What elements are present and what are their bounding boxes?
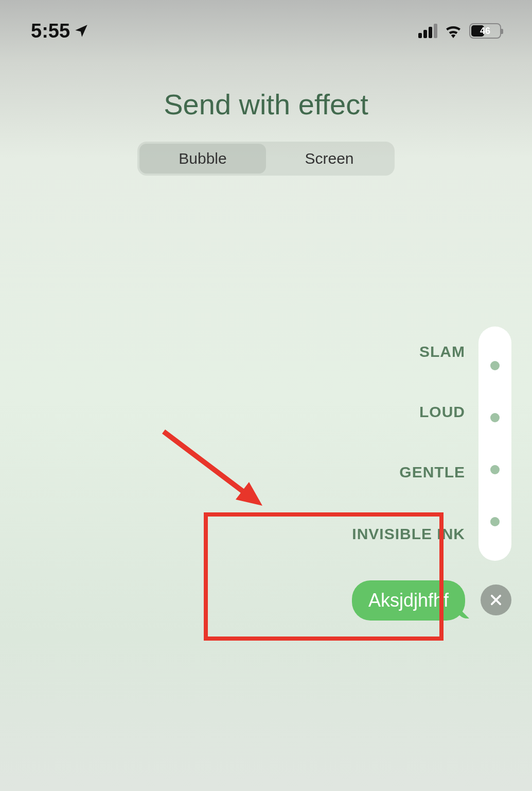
status-bar: 5:55 46 [0, 0, 532, 46]
effect-label-invisible-ink[interactable]: INVISIBLE INK [352, 525, 465, 543]
effect-dot-slam[interactable] [490, 361, 500, 370]
svg-marker-1 [236, 482, 262, 506]
effect-dot-gentle[interactable] [490, 465, 500, 474]
svg-line-0 [164, 432, 247, 494]
wifi-icon [445, 24, 462, 38]
effect-dot-loud[interactable] [490, 413, 500, 422]
tab-screen[interactable]: Screen [266, 144, 393, 174]
effect-label-gentle[interactable]: GENTLE [399, 463, 465, 481]
signal-icon [418, 24, 437, 38]
tab-bubble[interactable]: Bubble [139, 144, 266, 174]
effect-label-slam[interactable]: SLAM [419, 343, 465, 360]
status-time: 5:55 [31, 20, 70, 42]
close-icon [489, 593, 503, 607]
location-icon [74, 24, 88, 38]
battery-icon: 46 [469, 23, 501, 39]
annotation-arrow-icon [159, 427, 268, 510]
battery-level: 46 [470, 26, 500, 37]
effects-rail [478, 326, 511, 561]
effect-label-loud[interactable]: LOUD [419, 403, 465, 421]
cancel-button[interactable] [481, 584, 511, 615]
effect-dot-invisible-ink[interactable] [490, 517, 500, 526]
page-title: Send with effect [0, 88, 532, 121]
effect-type-segmented: Bubble Screen [137, 142, 395, 176]
message-bubble: Aksjdjhfhf [352, 580, 465, 621]
